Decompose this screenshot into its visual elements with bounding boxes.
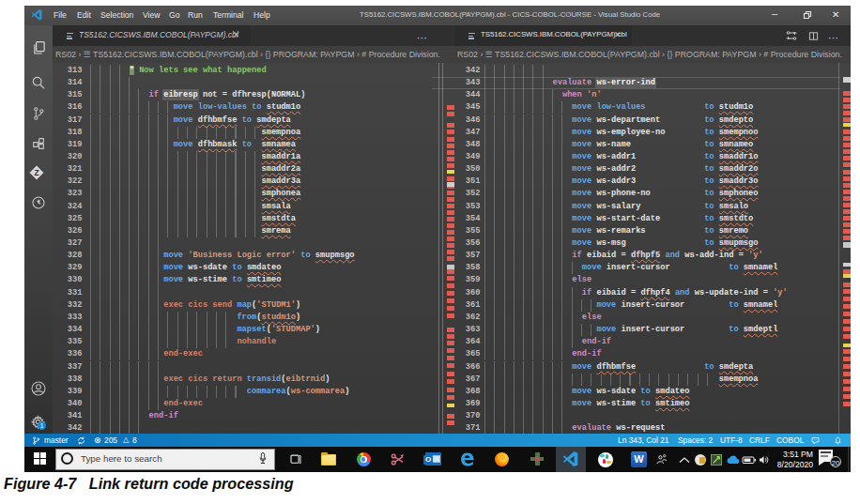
svg-text:Z: Z: [34, 169, 38, 177]
